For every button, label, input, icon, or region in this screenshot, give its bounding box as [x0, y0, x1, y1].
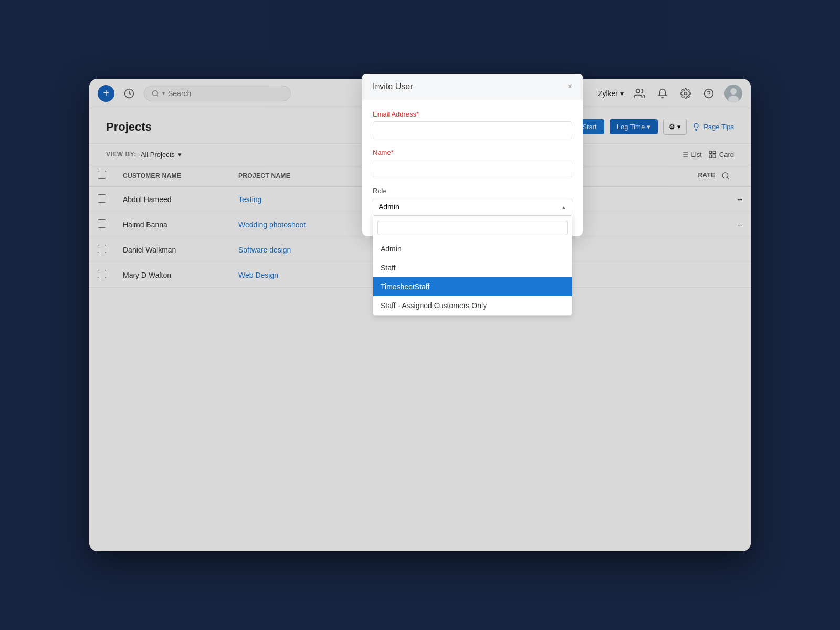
name-input[interactable]: [373, 160, 572, 177]
role-select-wrapper: Admin AdminStaffTimesheetStaffStaff - As…: [373, 198, 572, 216]
role-option-staff---assigned-customers-only[interactable]: Staff - Assigned Customers Only: [373, 296, 572, 315]
email-input[interactable]: [373, 121, 572, 139]
invite-user-modal: Invite User × Email Address* Name* Role …: [362, 79, 583, 236]
modal-header: Invite User ×: [362, 79, 583, 100]
role-chevron-up: [561, 203, 566, 211]
role-selected-value: Admin: [379, 203, 400, 211]
modal-body: Email Address* Name* Role Admin: [362, 100, 583, 236]
modal-title: Invite User: [373, 82, 413, 91]
name-label: Name*: [373, 149, 572, 156]
email-label: Email Address*: [373, 110, 572, 118]
role-option-admin[interactable]: Admin: [373, 239, 572, 258]
role-label: Role: [373, 187, 572, 195]
role-select-display[interactable]: Admin: [373, 198, 572, 216]
email-form-group: Email Address*: [373, 110, 572, 139]
role-search-input[interactable]: [377, 220, 568, 235]
role-form-group: Role Admin AdminStaffTimesheetStaffStaff…: [373, 187, 572, 216]
app-window: + ▾ Zylker ▾: [89, 79, 751, 551]
name-form-group: Name*: [373, 149, 572, 177]
modal-overlay: Invite User × Email Address* Name* Role …: [89, 79, 751, 551]
role-option-timesheetstaff[interactable]: TimesheetStaff: [373, 277, 572, 296]
role-dropdown: AdminStaffTimesheetStaffStaff - Assigned…: [373, 216, 572, 316]
modal-close-button[interactable]: ×: [568, 82, 572, 91]
role-option-staff[interactable]: Staff: [373, 258, 572, 277]
